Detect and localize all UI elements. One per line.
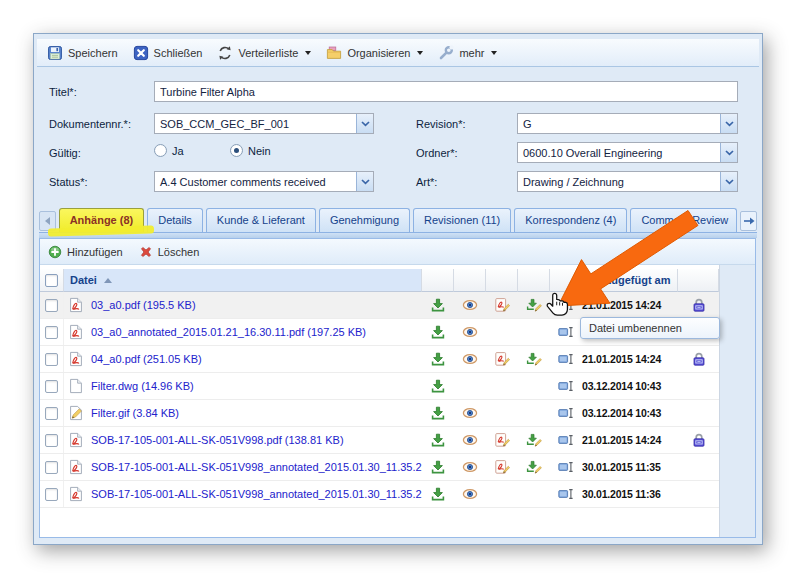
add-attachment-button[interactable]: Hinzufügen	[48, 245, 123, 259]
table-row: SOB-17-105-001-ALL-SK-051V998_annotated_…	[40, 454, 719, 481]
select-all-checkbox[interactable]	[45, 274, 58, 287]
more-button[interactable]: mehr	[438, 45, 497, 61]
column-header-datei[interactable]: Datei	[64, 269, 422, 292]
combo-trigger[interactable]	[720, 143, 737, 162]
row-checkbox[interactable]	[45, 353, 58, 366]
dokumentennr-combo[interactable]: SOB_CCM_GEC_BF_001	[154, 113, 374, 134]
preview-eye-icon[interactable]	[462, 405, 478, 421]
status-combo[interactable]: A.4 Customer comments received	[154, 171, 374, 192]
lock-icon	[691, 351, 707, 367]
column-header-pdf-annotate[interactable]	[486, 269, 518, 292]
download-annotated-icon[interactable]	[526, 297, 542, 313]
combo-trigger[interactable]	[720, 114, 737, 133]
ordner-combo[interactable]: 0600.10 Overall Engineering	[517, 142, 738, 163]
column-header-download-annotated[interactable]	[518, 269, 550, 292]
pdf-annotate-icon[interactable]	[494, 432, 510, 448]
rename-icon[interactable]	[558, 297, 574, 313]
lock-icon	[691, 297, 707, 313]
row-checkbox[interactable]	[45, 461, 58, 474]
download-icon[interactable]	[430, 324, 446, 340]
file-link[interactable]: SOB-17-105-001-ALL-SK-051V998.pdf (138.8…	[91, 434, 344, 446]
tab-revisionen[interactable]: Revisionen (11)	[413, 208, 511, 232]
table-row: 04_a0.pdf (251.05 KB) 21.01.2015 14:24	[40, 346, 719, 373]
titel-input[interactable]	[154, 81, 738, 102]
revision-combo[interactable]: G	[517, 113, 738, 134]
tab-korrespondenz[interactable]: Korrespondenz (4)	[514, 208, 627, 232]
rename-icon[interactable]	[558, 432, 574, 448]
combo-trigger[interactable]	[356, 172, 373, 191]
status-label: Status*:	[49, 176, 88, 188]
file-link[interactable]: 03_a0_annotated_2015.01.21_16.30.11.pdf …	[91, 326, 366, 338]
tab-details[interactable]: Details	[147, 208, 203, 232]
table-row: Filter.dwg (14.96 KB) 03.12.2014 10:43	[40, 373, 719, 400]
download-icon[interactable]	[430, 378, 446, 394]
file-link[interactable]: SOB-17-105-001-ALL-SK-051V998_annotated_…	[91, 488, 422, 500]
art-combo[interactable]: Drawing / Zeichnung	[517, 171, 738, 192]
pdf-annotate-icon[interactable]	[494, 459, 510, 475]
rename-icon[interactable]	[558, 459, 574, 475]
file-link[interactable]: Filter.dwg (14.96 KB)	[91, 380, 194, 392]
preview-eye-icon[interactable]	[462, 459, 478, 475]
combo-trigger[interactable]	[720, 172, 737, 191]
pdf-file-icon	[68, 297, 84, 313]
grid-side-area	[719, 265, 755, 537]
arrow-left-icon	[43, 216, 51, 226]
download-icon[interactable]	[430, 486, 446, 502]
row-checkbox[interactable]	[45, 299, 58, 312]
download-icon[interactable]	[430, 459, 446, 475]
pdf-annotate-icon[interactable]	[494, 351, 510, 367]
rename-icon[interactable]	[558, 486, 574, 502]
preview-eye-icon[interactable]	[462, 297, 478, 313]
gueltig-ja-radio[interactable]: Ja	[154, 144, 184, 157]
download-annotated-icon[interactable]	[526, 432, 542, 448]
pdf-annotate-icon[interactable]	[494, 297, 510, 313]
gueltig-nein-radio[interactable]: Nein	[230, 144, 271, 157]
column-header-hinzugefuegt-am[interactable]: Hinzugefügt am	[582, 269, 678, 292]
preview-eye-icon[interactable]	[462, 324, 478, 340]
arrow-right-icon	[743, 216, 755, 226]
chevron-down-icon	[491, 51, 497, 55]
rename-icon[interactable]	[558, 378, 574, 394]
download-icon[interactable]	[430, 351, 446, 367]
distribution-list-button[interactable]: Verteilerliste	[217, 45, 311, 61]
download-icon[interactable]	[430, 432, 446, 448]
file-link[interactable]: 03_a0.pdf (195.5 KB)	[91, 299, 196, 311]
added-date: 03.12.2014 10:43	[582, 407, 678, 419]
file-link[interactable]: 04_a0.pdf (251.05 KB)	[91, 353, 202, 365]
download-annotated-icon[interactable]	[526, 351, 542, 367]
organize-button[interactable]: Organisieren	[326, 45, 423, 61]
column-header-rename[interactable]	[550, 269, 582, 292]
rename-icon[interactable]	[558, 351, 574, 367]
tab-scroll-right-button[interactable]	[740, 211, 757, 231]
preview-eye-icon[interactable]	[462, 351, 478, 367]
preview-eye-icon[interactable]	[462, 486, 478, 502]
rename-tooltip: Datei umbenennen	[580, 317, 720, 339]
organize-folder-icon	[326, 45, 342, 61]
download-annotated-icon[interactable]	[526, 459, 542, 475]
row-checkbox[interactable]	[45, 380, 58, 393]
preview-eye-icon[interactable]	[462, 432, 478, 448]
column-header-download[interactable]	[422, 269, 454, 292]
row-checkbox[interactable]	[45, 434, 58, 447]
column-header-lock[interactable]	[678, 269, 719, 292]
download-icon[interactable]	[430, 297, 446, 313]
pdf-file-icon	[68, 351, 84, 367]
file-link[interactable]: Filter.gif (3.84 KB)	[91, 407, 179, 419]
row-checkbox[interactable]	[45, 488, 58, 501]
tab-comment-review[interactable]: Comment Review	[630, 208, 737, 232]
main-toolbar: Speichern Schließen Verteilerliste Organ…	[37, 39, 759, 67]
rename-icon[interactable]	[558, 405, 574, 421]
file-link[interactable]: SOB-17-105-001-ALL-SK-051V998_annotated_…	[91, 461, 422, 473]
row-checkbox[interactable]	[45, 407, 58, 420]
tab-genehmigung[interactable]: Genehmigung	[319, 208, 410, 232]
column-header-preview[interactable]	[454, 269, 486, 292]
delete-attachment-button[interactable]: Löschen	[139, 245, 200, 259]
rename-icon[interactable]	[558, 324, 574, 340]
pdf-file-icon	[68, 432, 84, 448]
row-checkbox[interactable]	[45, 326, 58, 339]
close-button[interactable]: Schließen	[133, 45, 203, 61]
tab-kunde-lieferant[interactable]: Kunde & Lieferant	[206, 208, 316, 232]
download-icon[interactable]	[430, 405, 446, 421]
combo-trigger[interactable]	[356, 114, 373, 133]
save-button[interactable]: Speichern	[47, 45, 118, 61]
